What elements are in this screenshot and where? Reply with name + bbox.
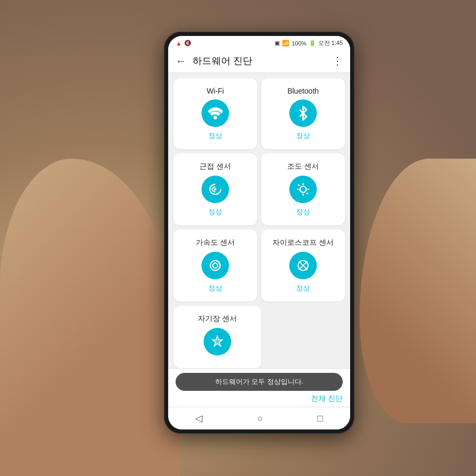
gyroscope-card[interactable]: 자이로스코프 센서 정상 <box>261 230 345 301</box>
main-content: Wi-Fi 정상 Bluetooth <box>168 73 350 368</box>
wifi-svg <box>208 106 223 121</box>
svg-point-3 <box>300 186 306 193</box>
phone-wrapper: ▲ 🔇 ▣ 📶 100% 🔋 오전 1:45 ← 하드웨어 진단 ⋮ <box>164 32 354 434</box>
row-4: 자기장 센서 <box>173 306 345 368</box>
proximity-svg <box>208 182 223 197</box>
full-diagnosis-button[interactable]: 전체 진단 <box>311 394 343 404</box>
accelerometer-title: 가속도 센서 <box>196 238 235 248</box>
svg-point-10 <box>210 261 221 271</box>
nav-recent-button[interactable]: □ <box>317 413 323 424</box>
time-text: 오전 1:45 <box>318 39 343 47</box>
bluetooth-status: 정상 <box>296 131 310 141</box>
nav-bar: ◁ ○ □ <box>168 407 350 429</box>
svg-point-0 <box>214 116 217 119</box>
svg-point-11 <box>213 263 217 268</box>
toast-message: 하드웨어가 모두 정상입니다. <box>176 373 343 391</box>
proximity-status: 정상 <box>208 207 222 217</box>
light-icon <box>289 176 317 203</box>
bluetooth-icon <box>289 99 317 127</box>
bottom-bar: 하드웨어가 모두 정상입니다. 전체 진단 <box>168 368 350 407</box>
accelerometer-icon <box>202 252 229 279</box>
back-button[interactable]: ← <box>176 55 186 67</box>
top-bar: ← 하드웨어 진단 ⋮ <box>168 49 350 73</box>
nav-back-button[interactable]: ◁ <box>195 413 203 424</box>
light-svg <box>296 182 310 197</box>
wifi-card[interactable]: Wi-Fi 정상 <box>173 78 257 149</box>
magnetic-title: 자기장 센서 <box>198 314 237 324</box>
phone-body: ▲ 🔇 ▣ 📶 100% 🔋 오전 1:45 ← 하드웨어 진단 ⋮ <box>164 32 354 434</box>
status-bar: ▲ 🔇 ▣ 📶 100% 🔋 오전 1:45 <box>168 36 350 49</box>
nav-home-button[interactable]: ○ <box>257 413 263 424</box>
bluetooth-card[interactable]: Bluetooth 정상 <box>261 78 345 149</box>
warning-icon: ▲ <box>176 40 182 47</box>
accelerometer-svg <box>208 258 223 273</box>
status-left: ▲ 🔇 <box>176 40 191 47</box>
row-3: 가속도 센서 정상 자이로스코프 센서 <box>173 230 345 301</box>
battery-text: 100% <box>291 40 306 47</box>
accelerometer-card[interactable]: 가속도 센서 정상 <box>173 230 257 301</box>
wifi-icon <box>202 99 229 127</box>
wifi-status: 정상 <box>208 131 222 141</box>
bluetooth-title: Bluetooth <box>287 87 318 95</box>
gyroscope-status: 정상 <box>296 283 310 293</box>
bluetooth-svg <box>296 106 310 121</box>
battery-icon: 🔋 <box>309 40 316 47</box>
magnetic-svg <box>210 334 225 349</box>
proximity-card[interactable]: 근접 센서 정상 <box>173 153 257 225</box>
magnetic-card[interactable]: 자기장 센서 <box>173 306 261 368</box>
row-2: 근접 센서 정상 조도 센서 <box>173 153 345 225</box>
light-card[interactable]: 조도 센서 정상 <box>261 153 345 225</box>
proximity-icon <box>202 176 229 203</box>
magnetic-icon <box>204 328 231 355</box>
menu-button[interactable]: ⋮ <box>332 54 343 67</box>
row-1: Wi-Fi 정상 Bluetooth <box>173 78 345 149</box>
light-title: 조도 센서 <box>287 162 319 171</box>
page-title: 하드웨어 진단 <box>193 54 332 67</box>
status-right: ▣ 📶 100% 🔋 오전 1:45 <box>274 39 343 47</box>
mute-icon: 🔇 <box>184 40 191 47</box>
signal-icon: 📶 <box>282 40 289 47</box>
svg-line-7 <box>307 193 308 194</box>
gyroscope-svg <box>296 258 310 273</box>
gyroscope-title: 자이로스코프 센서 <box>272 238 334 248</box>
proximity-title: 근접 센서 <box>199 162 231 171</box>
accelerometer-status: 정상 <box>208 283 222 293</box>
wifi-title: Wi-Fi <box>207 87 224 95</box>
gyroscope-icon <box>289 252 317 279</box>
svg-marker-15 <box>213 336 223 346</box>
svg-line-6 <box>298 185 299 186</box>
light-status: 정상 <box>296 207 310 217</box>
phone-screen: ▲ 🔇 ▣ 📶 100% 🔋 오전 1:45 ← 하드웨어 진단 ⋮ <box>168 36 350 429</box>
sim-icon: ▣ <box>274 40 280 47</box>
